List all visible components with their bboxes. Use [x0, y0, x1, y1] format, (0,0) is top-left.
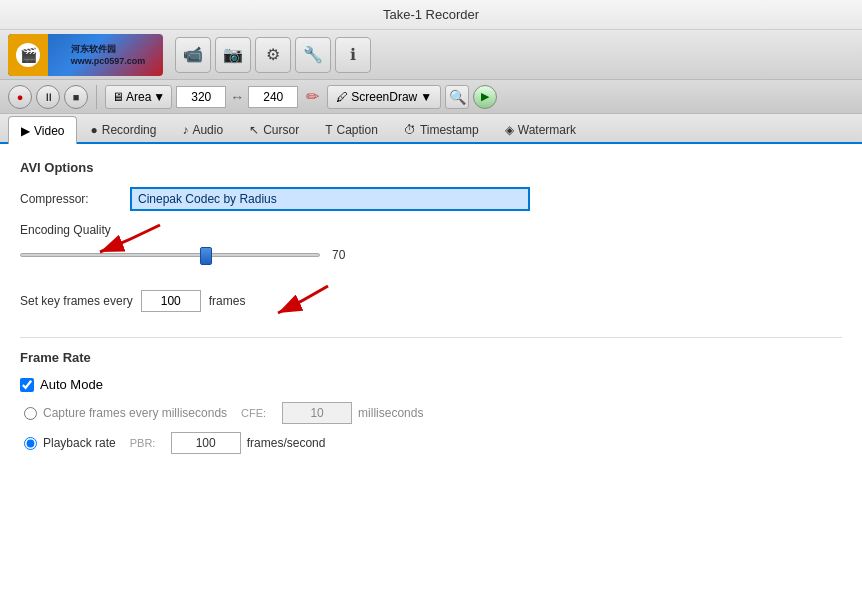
logo-toolbar: 🎬 河东软件园 www.pc0597.com 📹 📷 ⚙ 🔧 ℹ	[0, 30, 862, 80]
title-bar: Take-1 Recorder	[0, 0, 862, 30]
play-button[interactable]: ▶	[473, 85, 497, 109]
tab-video-label: Video	[34, 124, 64, 138]
area-selector[interactable]: 🖥 Area ▼	[105, 85, 172, 109]
content-wrapper: AVI Options Compressor: Encoding Quality…	[20, 160, 842, 454]
keyframes-input[interactable]	[141, 290, 201, 312]
keyframes-arrow	[263, 281, 343, 321]
divider	[20, 337, 842, 338]
zoom-button[interactable]: 🔍	[445, 85, 469, 109]
height-input[interactable]	[248, 86, 298, 108]
tab-cursor-label: Cursor	[263, 123, 299, 137]
tab-recording-icon: ●	[90, 123, 97, 137]
camera-btn[interactable]: 📷	[215, 37, 251, 73]
pen-icon: ✏	[306, 87, 319, 106]
avi-options-title: AVI Options	[20, 160, 842, 175]
tab-caption-label: Caption	[337, 123, 378, 137]
screendraw-label: ScreenDraw	[351, 90, 417, 104]
record-button[interactable]: ●	[8, 85, 32, 109]
keyframes-unit: frames	[209, 294, 246, 308]
compressor-row: Compressor:	[20, 187, 842, 211]
info-btn[interactable]: ℹ	[335, 37, 371, 73]
slider-row: 70	[20, 245, 842, 265]
auto-mode-label: Auto Mode	[40, 377, 103, 392]
tools-btn[interactable]: 🔧	[295, 37, 331, 73]
logo-icon: 🎬	[16, 43, 40, 67]
tab-audio-label: Audio	[192, 123, 223, 137]
tab-recording[interactable]: ● Recording	[77, 116, 169, 142]
tab-cursor[interactable]: ↖ Cursor	[236, 116, 312, 142]
width-input[interactable]	[176, 86, 226, 108]
tab-audio-icon: ♪	[182, 123, 188, 137]
size-separator: ↔	[230, 89, 244, 105]
capture-frames-row: Capture frames every milliseconds CFE: m…	[20, 402, 842, 424]
slider-value: 70	[332, 248, 362, 262]
tab-recording-label: Recording	[102, 123, 157, 137]
compressor-input[interactable]	[130, 187, 530, 211]
area-dropdown-icon: ▼	[153, 90, 165, 104]
playback-tag: PBR:	[130, 437, 165, 449]
tab-cursor-icon: ↖	[249, 123, 259, 137]
keyframes-row: Set key frames every frames	[20, 281, 842, 321]
tab-timestamp-label: Timestamp	[420, 123, 479, 137]
encoding-quality-label: Encoding Quality	[20, 223, 842, 237]
logo-text: 河东软件园 www.pc0597.com	[71, 43, 146, 66]
settings-btn[interactable]: ⚙	[255, 37, 291, 73]
monitor-icon: 🖥	[112, 90, 124, 104]
tab-timestamp[interactable]: ⏱ Timestamp	[391, 116, 492, 142]
frame-rate-title: Frame Rate	[20, 350, 842, 365]
tab-watermark-label: Watermark	[518, 123, 576, 137]
tab-timestamp-icon: ⏱	[404, 123, 416, 137]
screendraw-dropdown-icon: ▼	[420, 90, 432, 104]
pause-button[interactable]: ⏸	[36, 85, 60, 109]
tab-watermark-icon: ◈	[505, 123, 514, 137]
control-toolbar: ● ⏸ ■ 🖥 Area ▼ ↔ ✏ 🖊 ScreenDraw ▼ 🔍 ▶	[0, 80, 862, 114]
stop-button[interactable]: ■	[64, 85, 88, 109]
tab-caption[interactable]: T Caption	[312, 116, 391, 142]
tab-caption-icon: T	[325, 123, 332, 137]
tab-video-icon: ▶	[21, 124, 30, 138]
playback-rate-row: Playback rate PBR: frames/second	[20, 432, 842, 454]
keyframes-label: Set key frames every	[20, 294, 133, 308]
encoding-section: Encoding Quality 70	[20, 223, 842, 265]
slider-track	[20, 253, 320, 257]
main-content: AVI Options Compressor: Encoding Quality…	[0, 144, 862, 610]
app-logo: 🎬 河东软件园 www.pc0597.com	[8, 34, 163, 76]
capture-value-input	[282, 402, 352, 424]
tab-watermark[interactable]: ◈ Watermark	[492, 116, 589, 142]
slider-thumb[interactable]	[200, 247, 212, 265]
area-label: Area	[126, 90, 151, 104]
playback-value-input[interactable]	[171, 432, 241, 454]
playback-rate-radio[interactable]	[24, 437, 37, 450]
capture-frames-label: Capture frames every milliseconds	[43, 406, 227, 420]
auto-mode-row: Auto Mode	[20, 377, 842, 392]
tab-audio[interactable]: ♪ Audio	[169, 116, 236, 142]
window-title: Take-1 Recorder	[383, 7, 479, 22]
auto-mode-checkbox[interactable]	[20, 378, 34, 392]
tab-bar: ▶ Video ● Recording ♪ Audio ↖ Cursor T C…	[0, 114, 862, 144]
compressor-label: Compressor:	[20, 192, 130, 206]
playback-unit: frames/second	[247, 436, 326, 450]
frame-rate-section: Frame Rate Auto Mode Capture frames ever…	[20, 350, 842, 454]
quality-slider-container	[20, 245, 320, 265]
screendraw-button[interactable]: 🖊 ScreenDraw ▼	[327, 85, 441, 109]
separator-1	[96, 85, 97, 109]
capture-frames-radio[interactable]	[24, 407, 37, 420]
screendraw-icon: 🖊	[336, 90, 348, 104]
capture-unit: milliseconds	[358, 406, 423, 420]
tab-video[interactable]: ▶ Video	[8, 116, 77, 144]
video-record-btn[interactable]: 📹	[175, 37, 211, 73]
playback-rate-label: Playback rate	[43, 436, 116, 450]
capture-tag: CFE:	[241, 407, 276, 419]
